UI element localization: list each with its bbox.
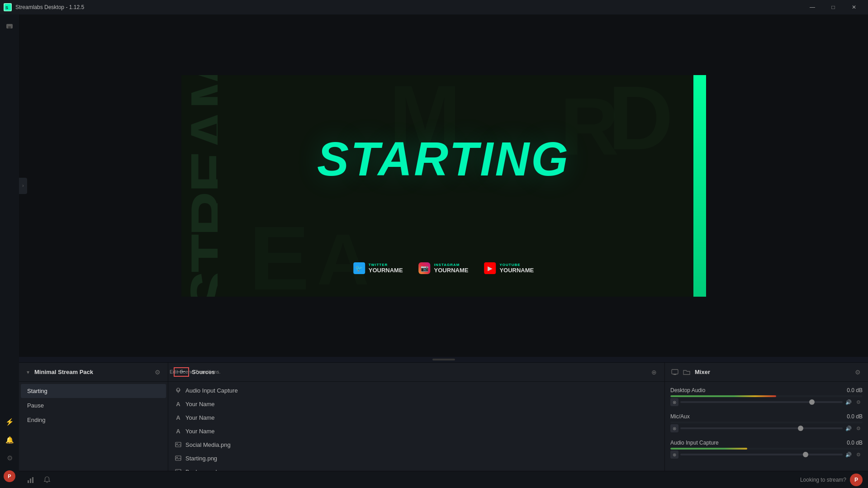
svg-rect-10 bbox=[175, 469, 181, 471]
source-label-social-media: Social Media.png bbox=[185, 441, 658, 448]
audio-input-mute-btn[interactable]: ⊗ bbox=[670, 450, 678, 459]
mixer-channels: Desktop Audio 0.0 dB ⊗ 🔊 ⚙ bbox=[665, 382, 868, 471]
sidebar-item-activity[interactable]: ⚡ bbox=[1, 414, 18, 430]
channel-desktop-label: Desktop Audio bbox=[670, 387, 705, 393]
desktop-audio-icon[interactable]: 🔊 bbox=[844, 398, 853, 406]
edit-transitions-area: Edit Scene Transitions. bbox=[166, 366, 224, 377]
audio-input-audio-icon[interactable]: 🔊 bbox=[844, 450, 853, 459]
channel-mic-db: 0.0 dB bbox=[847, 413, 863, 420]
channel-mic-controls: ⊗ 🔊 ⚙ bbox=[670, 424, 863, 432]
notifications-btn[interactable] bbox=[41, 474, 53, 486]
mixer-channel-desktop: Desktop Audio 0.0 dB ⊗ 🔊 ⚙ bbox=[665, 384, 868, 411]
maximize-button[interactable]: □ bbox=[823, 0, 844, 14]
mic-settings-btn[interactable]: ⚙ bbox=[854, 424, 863, 432]
titlebar-title: Streamlabs Desktop - 1.12.5 bbox=[15, 4, 84, 10]
sidebar-item-user[interactable]: P bbox=[1, 468, 18, 484]
sources-add-btn[interactable]: ⊕ bbox=[649, 367, 659, 377]
desktop-mute-btn[interactable]: ⊗ bbox=[670, 398, 678, 406]
main-content: › STREAM D R E A M STARTING bbox=[19, 14, 868, 488]
looking-to-stream-text[interactable]: Looking to stream? bbox=[800, 477, 846, 483]
source-label-audio-input: Audio Input Capture bbox=[185, 387, 658, 394]
channel-desktop-meter bbox=[670, 395, 863, 397]
scenes-panel-header: ▾ Minimal Stream Pack ⚙ bbox=[19, 363, 168, 382]
source-label-yourname-1: Your Name bbox=[185, 401, 658, 407]
svg-text:S: S bbox=[5, 5, 8, 10]
sources-list: Audio Input Capture A Your Name A Your N… bbox=[168, 382, 664, 471]
audio-input-settings-btn[interactable]: ⚙ bbox=[854, 450, 863, 459]
source-item-yourname-2[interactable]: A Your Name bbox=[168, 411, 664, 424]
mixer-channel-mic: Mic/Aux 0.0 dB ⊗ 🔊 ⚙ bbox=[665, 411, 868, 437]
svg-rect-15 bbox=[30, 479, 31, 483]
channel-mic-top: Mic/Aux 0.0 dB bbox=[670, 413, 863, 420]
channel-audio-input-controls: ⊗ 🔊 ⚙ bbox=[670, 450, 863, 459]
titlebar: S Streamlabs Desktop - 1.12.5 — □ ✕ bbox=[0, 0, 868, 14]
svg-rect-13 bbox=[674, 374, 676, 375]
resize-indicator bbox=[432, 359, 455, 360]
analytics-btn[interactable] bbox=[24, 474, 37, 486]
source-item-yourname-3[interactable]: A Your Name bbox=[168, 424, 664, 438]
edit-transitions-btn[interactable]: Edit Scene Transitions. bbox=[166, 366, 224, 377]
resize-handle[interactable] bbox=[19, 357, 868, 362]
preview-canvas: STREAM D R E A M STARTING 🐦 bbox=[181, 75, 706, 297]
sidebar-item-settings[interactable]: ⚙ bbox=[1, 450, 18, 466]
social-twitter: 🐦 TWITTER YOURNAME bbox=[353, 262, 403, 274]
svg-rect-14 bbox=[28, 480, 29, 483]
mic-mute-btn[interactable]: ⊗ bbox=[670, 424, 678, 432]
svg-point-4 bbox=[177, 388, 180, 391]
text-source-icon-3: A bbox=[175, 427, 182, 435]
text-source-icon-2: A bbox=[175, 414, 182, 421]
channel-desktop-db: 0.0 dB bbox=[847, 387, 863, 393]
source-item-yourname-1[interactable]: A Your Name bbox=[168, 397, 664, 411]
bottom-bar: Looking to stream? P bbox=[19, 471, 868, 488]
image-source-icon-2 bbox=[175, 455, 182, 462]
social-row: 🐦 TWITTER YOURNAME 📷 INSTAGRAM YOURNAME bbox=[353, 262, 534, 274]
mixer-header: Mixer ⚙ bbox=[665, 363, 868, 382]
sidebar: ⚡ 🔔 ⚙ P bbox=[0, 14, 19, 488]
source-item-social-media[interactable]: Social Media.png bbox=[168, 438, 664, 451]
source-item-starting-png[interactable]: Starting.png bbox=[168, 451, 664, 465]
mixer-panel: Mixer ⚙ Desktop Audio 0.0 dB bbox=[664, 363, 868, 471]
scenes-collapse-btn[interactable]: ▾ bbox=[24, 369, 32, 376]
channel-desktop-controls: ⊗ 🔊 ⚙ bbox=[670, 398, 863, 406]
source-label-yourname-3: Your Name bbox=[185, 428, 658, 435]
image-source-icon-1 bbox=[175, 441, 182, 448]
channel-mic-meter bbox=[670, 422, 863, 423]
bottom-bar-left bbox=[24, 474, 53, 486]
svg-point-11 bbox=[176, 470, 177, 471]
close-button[interactable]: ✕ bbox=[844, 0, 864, 14]
bottom-panel: ▾ Minimal Stream Pack ⚙ Starting Pause E… bbox=[19, 362, 868, 471]
desktop-settings-btn[interactable]: ⚙ bbox=[854, 398, 863, 406]
scenes-settings-btn[interactable]: ⚙ bbox=[152, 367, 162, 377]
channel-audio-input-db: 0.0 dB bbox=[847, 440, 863, 446]
sidebar-bottom: ⚡ 🔔 ⚙ P bbox=[1, 414, 18, 488]
preview-area: › STREAM D R E A M STARTING bbox=[19, 14, 868, 357]
text-source-icon-1: A bbox=[175, 400, 182, 407]
collapse-sidebar-btn[interactable]: › bbox=[19, 178, 27, 194]
channel-desktop-top: Desktop Audio 0.0 dB bbox=[670, 387, 863, 393]
mixer-gear-btn[interactable]: ⚙ bbox=[853, 367, 863, 377]
sources-panel-header: ⊣⊢ Sources ⊕ bbox=[168, 363, 664, 382]
svg-rect-16 bbox=[32, 477, 33, 483]
sources-panel: ⊣⊢ Sources ⊕ bbox=[168, 363, 664, 471]
scene-item-pause[interactable]: Pause bbox=[21, 398, 166, 412]
channel-audio-input-top: Audio Input Capture 0.0 dB bbox=[670, 440, 863, 446]
source-item-background[interactable]: Background bbox=[168, 465, 664, 471]
audio-input-volume-slider[interactable] bbox=[680, 454, 843, 455]
mic-audio-icon[interactable]: 🔊 bbox=[844, 424, 853, 432]
svg-rect-3 bbox=[8, 26, 11, 28]
mic-volume-slider[interactable] bbox=[680, 427, 843, 429]
source-label-starting-png: Starting.png bbox=[185, 455, 658, 462]
bottom-user-avatar[interactable]: P bbox=[850, 474, 863, 486]
source-item-audio-input[interactable]: Audio Input Capture bbox=[168, 384, 664, 397]
sidebar-item-home[interactable] bbox=[1, 18, 18, 34]
desktop-volume-slider[interactable] bbox=[680, 401, 843, 403]
app-layout: ⚡ 🔔 ⚙ P › STREAM D bbox=[0, 14, 868, 488]
preview-green-bar bbox=[693, 75, 706, 297]
sidebar-item-alert[interactable]: 🔔 bbox=[1, 432, 18, 448]
scene-item-ending[interactable]: Ending bbox=[21, 413, 166, 427]
window-controls: — □ ✕ bbox=[802, 0, 864, 14]
minimize-button[interactable]: — bbox=[802, 0, 823, 14]
mixer-folder-icon[interactable] bbox=[682, 368, 691, 377]
scene-item-starting[interactable]: Starting bbox=[21, 384, 166, 398]
mixer-monitor-icon[interactable] bbox=[670, 368, 679, 377]
